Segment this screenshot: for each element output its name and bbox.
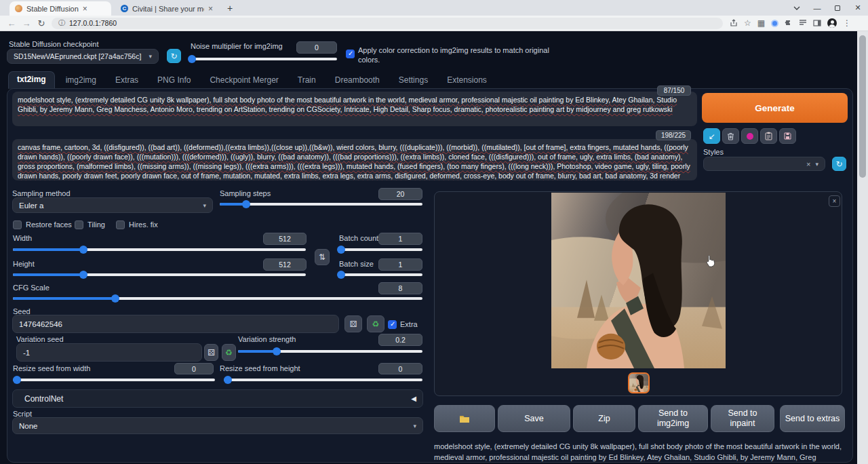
window-maximize-button[interactable] bbox=[827, 0, 848, 16]
swap-width-height-button[interactable]: ⇅ bbox=[315, 249, 330, 265]
checkpoint-dropdown[interactable]: SD15NewVAEpruned.ckpt [27a4ac756c] ▾ bbox=[7, 49, 159, 64]
refresh-styles-button[interactable]: ↻ bbox=[832, 157, 846, 171]
resize-seed-width-slider[interactable] bbox=[13, 376, 215, 384]
tab-png-info[interactable]: PNG Info bbox=[149, 73, 199, 89]
tab-search-chevron-icon[interactable] bbox=[787, 0, 807, 16]
resize-seed-width-value[interactable]: 0 bbox=[174, 363, 214, 374]
refresh-checkpoint-button[interactable]: ↻ bbox=[167, 49, 181, 63]
back-icon[interactable]: ← bbox=[4, 18, 19, 28]
close-gallery-icon[interactable]: × bbox=[829, 195, 840, 207]
variation-seed-input[interactable]: -1 bbox=[16, 343, 202, 362]
open-folder-button[interactable] bbox=[434, 405, 495, 432]
tiling-label: Tiling bbox=[87, 220, 105, 229]
new-tab-button[interactable]: + bbox=[224, 2, 236, 14]
extensions-puzzle-icon[interactable] bbox=[785, 19, 793, 27]
prompt-token-counter: 87/150 bbox=[657, 85, 691, 96]
batch-count-value[interactable]: 1 bbox=[378, 233, 422, 245]
noise-multiplier-label: Noise multiplier for img2img bbox=[191, 42, 283, 50]
resize-seed-height-value[interactable]: 0 bbox=[378, 363, 422, 374]
tab-img2img[interactable]: img2img bbox=[58, 73, 104, 89]
generated-image[interactable] bbox=[551, 193, 726, 368]
clipboard-icon bbox=[765, 132, 772, 140]
tab-strip: Stable Diffusion × C Civitai | Share you… bbox=[0, 0, 868, 16]
prompt-input[interactable]: modelshoot style, (extremely detailed CG… bbox=[12, 92, 697, 126]
width-value[interactable]: 512 bbox=[263, 233, 307, 245]
browser-menu-icon[interactable]: ⋮ bbox=[843, 18, 851, 28]
tab-txt2img[interactable]: txt2img bbox=[8, 71, 55, 89]
read-parameters-button[interactable]: ↙ bbox=[703, 128, 720, 144]
tab-extensions[interactable]: Extensions bbox=[439, 73, 495, 89]
apply-style-button[interactable] bbox=[760, 128, 777, 144]
reuse-variation-seed-button[interactable]: ♻ bbox=[222, 344, 236, 361]
random-variation-seed-button[interactable]: ⚄ bbox=[204, 344, 218, 361]
resize-seed-height-slider[interactable] bbox=[224, 376, 422, 384]
address-bar[interactable]: ⓘ 127.0.0.1:7860 bbox=[52, 18, 723, 29]
tab-extras[interactable]: Extras bbox=[107, 73, 146, 89]
batch-size-slider[interactable] bbox=[338, 271, 422, 279]
tab-dreambooth[interactable]: Dreambooth bbox=[327, 73, 388, 89]
extra-seed-checkbox[interactable] bbox=[388, 320, 397, 329]
extension-blue-dot-icon[interactable] bbox=[771, 20, 778, 27]
gallery-thumbnail[interactable] bbox=[628, 372, 650, 393]
tab-close-icon[interactable]: × bbox=[83, 5, 87, 13]
site-info-icon[interactable]: ⓘ bbox=[58, 18, 65, 28]
tab-settings[interactable]: Settings bbox=[391, 73, 436, 89]
controlnet-accordion[interactable]: ControlNet ◀ bbox=[12, 389, 423, 408]
side-panel-icon[interactable] bbox=[813, 19, 821, 27]
scrollbar-thumb[interactable] bbox=[859, 35, 866, 178]
extension-grid-icon[interactable]: ▦ bbox=[757, 18, 765, 28]
reload-icon[interactable]: ↻ bbox=[34, 18, 49, 28]
cfg-scale-slider[interactable] bbox=[13, 294, 422, 303]
variation-strength-slider[interactable] bbox=[238, 347, 422, 355]
bookmark-star-icon[interactable]: ☆ bbox=[744, 18, 751, 28]
clear-prompt-button[interactable] bbox=[722, 128, 739, 144]
forward-icon[interactable]: → bbox=[19, 18, 34, 28]
page-scrollbar[interactable] bbox=[857, 31, 868, 464]
profile-avatar[interactable] bbox=[827, 18, 837, 28]
seed-value: 1476462546 bbox=[19, 320, 62, 328]
tab-close-icon[interactable]: × bbox=[208, 5, 213, 13]
height-slider[interactable] bbox=[13, 271, 306, 279]
save-button[interactable]: Save bbox=[498, 405, 570, 432]
script-dropdown[interactable]: None ▾ bbox=[12, 417, 423, 434]
window-close-button[interactable]: ✕ bbox=[848, 0, 868, 16]
restore-faces-checkbox[interactable] bbox=[13, 220, 22, 229]
zip-button[interactable]: Zip bbox=[573, 405, 635, 432]
hires-fix-checkbox[interactable] bbox=[116, 220, 125, 229]
batch-count-slider[interactable] bbox=[338, 246, 422, 254]
browser-tab-civitai[interactable]: C Civitai | Share your models × bbox=[115, 1, 218, 16]
window-minimize-button[interactable]: — bbox=[807, 0, 827, 16]
negative-prompt-input[interactable]: canvas frame, cartoon, 3d, ((disfigured)… bbox=[12, 139, 697, 180]
save-style-button[interactable] bbox=[779, 128, 796, 144]
cfg-scale-label: CFG Scale bbox=[13, 284, 50, 292]
sampling-steps-slider[interactable] bbox=[220, 200, 422, 208]
reuse-seed-button[interactable]: ♻ bbox=[367, 315, 384, 332]
sampling-steps-value[interactable]: 20 bbox=[378, 188, 422, 200]
reading-list-icon[interactable] bbox=[799, 19, 807, 27]
tiling-checkbox[interactable] bbox=[75, 220, 83, 229]
tab-checkpoint-merger[interactable]: Checkpoint Merger bbox=[201, 73, 286, 89]
send-to-inpaint-button[interactable]: Send to inpaint bbox=[711, 405, 774, 432]
batch-size-value[interactable]: 1 bbox=[378, 258, 422, 271]
height-value[interactable]: 512 bbox=[263, 258, 307, 271]
width-slider[interactable] bbox=[13, 246, 306, 254]
generate-button[interactable]: Generate bbox=[702, 93, 848, 123]
browser-tab-stable-diffusion[interactable]: Stable Diffusion × bbox=[9, 1, 111, 16]
send-to-img2img-button[interactable]: Send to img2img bbox=[638, 405, 708, 432]
extra-networks-button[interactable] bbox=[741, 128, 758, 144]
color-correction-checkbox[interactable] bbox=[346, 50, 355, 58]
styles-dropdown[interactable]: × ▾ bbox=[703, 157, 825, 171]
variation-strength-value[interactable]: 0.2 bbox=[378, 334, 422, 346]
share-icon[interactable] bbox=[730, 19, 738, 27]
noise-multiplier-slider[interactable] bbox=[191, 55, 337, 63]
clear-styles-icon[interactable]: × bbox=[806, 160, 810, 168]
seed-input[interactable]: 1476462546 bbox=[12, 315, 339, 333]
cfg-scale-value[interactable]: 8 bbox=[378, 282, 422, 294]
sampling-method-dropdown[interactable]: Euler a ▾ bbox=[12, 197, 213, 213]
chevron-down-icon: ▾ bbox=[203, 202, 206, 209]
color-correction-label: Apply color correction to img2img result… bbox=[358, 45, 561, 64]
noise-multiplier-value[interactable]: 0 bbox=[296, 41, 337, 54]
tab-train[interactable]: Train bbox=[290, 73, 324, 89]
random-seed-button[interactable]: ⚄ bbox=[344, 315, 362, 332]
send-to-extras-button[interactable]: Send to extras bbox=[780, 405, 845, 432]
